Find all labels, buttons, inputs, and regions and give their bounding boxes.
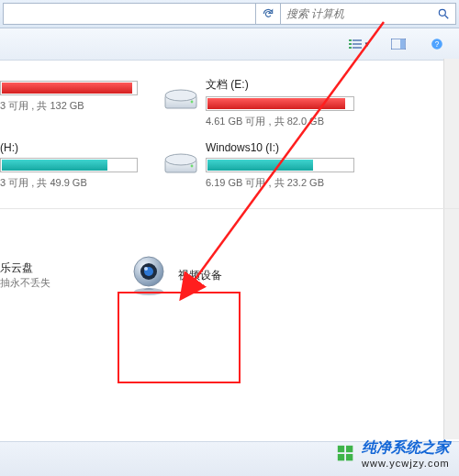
drive-usage-text: 3 可用 , 共 132 GB — [0, 99, 138, 113]
drive-item[interactable]: 3 可用 , 共 132 GB — [0, 77, 138, 128]
device-row: 乐云盘 抽永不丢失 视频设备 — [0, 209, 459, 306]
drive-usage-bar — [206, 158, 354, 172]
content-area: 3 可用 , 共 132 GB 文档 (E:) 4.61 GB 可用 , 共 8… — [0, 61, 459, 441]
svg-rect-7 — [353, 47, 362, 49]
svg-rect-25 — [346, 445, 353, 451]
view-options-button[interactable]: ▼ — [343, 33, 376, 55]
svg-point-0 — [439, 9, 445, 16]
help-icon: ? — [431, 38, 443, 50]
drive-name: Windows10 (I:) — [206, 141, 354, 154]
drive-item[interactable]: 文档 (E:) 4.61 GB 可用 , 共 82.0 GB — [162, 77, 354, 128]
svg-rect-2 — [349, 39, 352, 41]
search-icon[interactable] — [431, 7, 455, 20]
watermark-url: www.ycwjzy.com — [362, 458, 450, 469]
view-list-icon — [349, 39, 362, 50]
preview-pane-button[interactable] — [382, 33, 415, 55]
drive-usage-text: 3 可用 , 共 49.9 GB — [0, 176, 138, 190]
svg-point-17 — [191, 165, 194, 168]
webcam-icon — [127, 253, 171, 297]
device-item-cloud[interactable]: 乐云盘 抽永不丢失 — [0, 253, 101, 297]
address-bar — [0, 0, 459, 28]
drive-row: 3 可用 , 共 132 GB 文档 (E:) 4.61 GB 可用 , 共 8… — [0, 61, 459, 132]
drive-usage-bar — [0, 81, 138, 95]
svg-text:?: ? — [435, 40, 440, 49]
address-field[interactable] — [3, 3, 255, 25]
device-subtitle: 抽永不丢失 — [0, 276, 50, 290]
svg-line-1 — [445, 16, 449, 19]
svg-point-22 — [144, 267, 148, 271]
svg-rect-24 — [338, 445, 344, 451]
svg-rect-26 — [338, 454, 344, 460]
refresh-button[interactable] — [255, 3, 281, 25]
drive-usage-text: 6.19 GB 可用 , 共 23.2 GB — [206, 176, 354, 190]
svg-rect-27 — [346, 454, 353, 460]
svg-point-16 — [165, 154, 196, 165]
hdd-icon — [162, 77, 200, 116]
hdd-icon — [162, 141, 200, 180]
watermark-logo-icon — [336, 444, 356, 464]
svg-rect-9 — [400, 39, 405, 49]
drive-name: (H:) — [0, 141, 138, 154]
device-name: 乐云盘 — [0, 260, 50, 276]
preview-pane-icon — [391, 39, 406, 50]
device-item-video[interactable]: 视频设备 — [127, 253, 274, 297]
svg-rect-3 — [353, 39, 362, 41]
chevron-down-icon: ▼ — [364, 40, 371, 49]
drive-name: 文档 (E:) — [206, 77, 354, 93]
search-box[interactable] — [281, 3, 456, 25]
svg-rect-5 — [353, 43, 362, 45]
watermark-brand: 纯净系统之家 — [362, 438, 450, 458]
svg-rect-6 — [349, 47, 352, 49]
explorer-window: ▼ ? 3 可用 , 共 132 GB — [0, 0, 459, 476]
drive-item[interactable]: (H:) 3 可用 , 共 49.9 GB — [0, 141, 138, 190]
drive-usage-text: 4.61 GB 可用 , 共 82.0 GB — [206, 115, 354, 128]
device-name: 视频设备 — [178, 268, 222, 283]
watermark: 纯净系统之家 www.ycwjzy.com — [336, 438, 450, 469]
svg-rect-4 — [349, 43, 352, 45]
search-input[interactable] — [281, 7, 431, 20]
svg-point-13 — [165, 90, 196, 101]
drive-item[interactable]: Windows10 (I:) 6.19 GB 可用 , 共 23.2 GB — [162, 141, 354, 190]
drive-usage-bar — [0, 158, 138, 172]
drive-usage-bar — [206, 96, 354, 111]
toolbar: ▼ ? — [0, 28, 459, 61]
help-button[interactable]: ? — [420, 33, 453, 55]
svg-point-14 — [191, 101, 194, 104]
refresh-icon — [262, 7, 274, 20]
drive-row: (H:) 3 可用 , 共 49.9 GB Windows10 (I:) 6.1… — [0, 132, 459, 194]
